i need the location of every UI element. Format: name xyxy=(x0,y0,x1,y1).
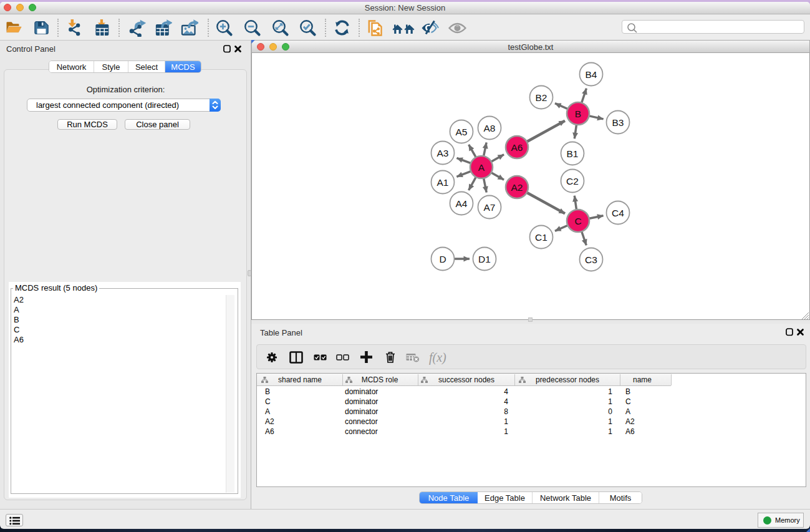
svg-text:A7: A7 xyxy=(484,202,496,213)
svg-text:C1: C1 xyxy=(535,232,547,243)
svg-text:C4: C4 xyxy=(612,208,624,218)
svg-text:A1: A1 xyxy=(437,177,449,188)
svg-text:A: A xyxy=(478,162,485,173)
svg-text:B4: B4 xyxy=(586,69,597,80)
svg-text:A5: A5 xyxy=(456,127,468,137)
svg-text:A8: A8 xyxy=(484,123,496,133)
svg-text:A3: A3 xyxy=(437,148,449,158)
svg-text:C2: C2 xyxy=(566,176,579,186)
svg-text:D: D xyxy=(439,254,446,264)
svg-text:B3: B3 xyxy=(612,117,624,128)
svg-text:B: B xyxy=(575,109,581,119)
svg-text:C: C xyxy=(574,216,581,226)
svg-text:D1: D1 xyxy=(478,254,491,264)
svg-text:C3: C3 xyxy=(585,254,597,265)
svg-text:A4: A4 xyxy=(456,198,468,209)
svg-text:A6: A6 xyxy=(511,142,523,153)
svg-text:A2: A2 xyxy=(511,182,523,193)
svg-text:B2: B2 xyxy=(536,92,547,103)
svg-text:B1: B1 xyxy=(567,148,579,159)
